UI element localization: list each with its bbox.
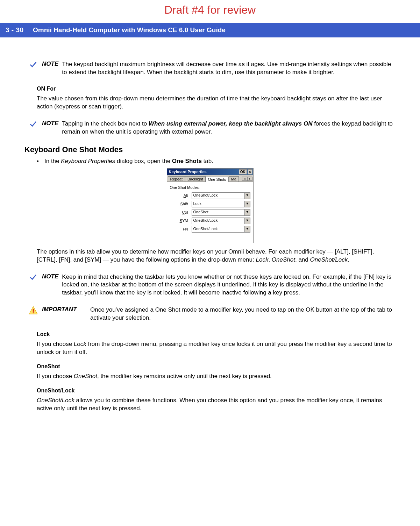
note-text: The keypad backlight maximum brightness … (62, 61, 396, 77)
page-number: 3 - 30 (6, 26, 24, 34)
section-heading: Keyboard One Shot Modes (24, 145, 396, 154)
page-title: Omnii Hand-Held Computer with Windows CE… (33, 26, 226, 34)
tab-backlight[interactable]: Backlight (185, 176, 206, 182)
important-block: IMPORTANT Once you've assigned a One Sho… (24, 306, 396, 322)
lock-text: If you choose Lock from the drop-down me… (37, 340, 396, 356)
select-sym[interactable]: OneShot/Lock ▼ (192, 218, 250, 224)
tab-macros[interactable]: Ma (229, 176, 239, 182)
chevron-down-icon: ▼ (244, 201, 250, 207)
select-shift[interactable]: Lock ▼ (192, 201, 250, 207)
bullet-dot: • (37, 158, 44, 165)
tab-scroll-left[interactable]: ◂ (242, 177, 247, 181)
tab-repeat[interactable]: Repeat (168, 176, 185, 182)
keyboard-properties-dialog: Keyboard Properties OK × Repeat Backligh… (167, 168, 254, 243)
on-for-text: The value chosen from this drop-down men… (37, 95, 396, 111)
row-shift: Shift Lock ▼ (170, 201, 250, 207)
lock-heading: Lock (37, 331, 396, 337)
label-fn: FN (170, 227, 192, 231)
group-label: One Shot Modes: (170, 185, 250, 190)
label-sym: SYM (170, 219, 192, 223)
select-alt[interactable]: OneShot/Lock ▼ (192, 192, 250, 199)
chevron-down-icon: ▼ (244, 209, 250, 215)
label-shift: Shift (170, 202, 192, 206)
oneshotlock-text: OneShot/Lock allows you to combine these… (37, 397, 396, 413)
close-button[interactable]: × (248, 169, 252, 175)
note-label: NOTE (42, 273, 62, 297)
label-alt: Alt (170, 193, 192, 198)
select-ctrl[interactable]: OneShot ▼ (192, 209, 250, 216)
row-alt: Alt OneShot/Lock ▼ (170, 192, 250, 199)
checkmark-icon (24, 120, 42, 128)
note-block-2: NOTE Tapping in the check box next to Wh… (24, 120, 396, 136)
svg-point-1 (33, 312, 34, 313)
select-fn[interactable]: OneShot/Lock ▼ (192, 226, 250, 233)
chevron-down-icon: ▼ (244, 226, 250, 232)
dialog-titlebar: Keyboard Properties OK × (167, 169, 253, 175)
page-header: 3 - 30 Omnii Hand-Held Computer with Win… (0, 23, 420, 37)
warning-icon (24, 306, 42, 314)
draft-banner: Draft #4 for review (0, 0, 420, 23)
important-text: Once you've assigned a One Shot mode to … (90, 306, 396, 322)
tab-scroll-right[interactable]: ▸ (247, 177, 252, 181)
label-ctrl: Ctrl (170, 210, 192, 214)
chevron-down-icon: ▼ (244, 218, 250, 224)
ok-button[interactable]: OK (239, 169, 247, 175)
note-label: NOTE (42, 61, 62, 77)
options-paragraph: The options in this tab allow you to det… (37, 248, 396, 264)
note-block-1: NOTE The keypad backlight maximum bright… (24, 61, 396, 77)
row-ctrl: Ctrl OneShot ▼ (170, 209, 250, 216)
on-for-heading: ON For (37, 86, 396, 92)
note-text: Keep in mind that checking the taskbar l… (62, 273, 396, 297)
oneshotlock-heading: OneShot/Lock (37, 388, 396, 394)
row-fn: FN OneShot/Lock ▼ (170, 226, 250, 233)
tab-one-shots[interactable]: One Shots (206, 177, 229, 182)
oneshot-text: If you choose OneShot, the modifier key … (37, 372, 396, 381)
bullet-item: • In the Keyboard Properties dialog box,… (37, 158, 396, 165)
dialog-tabs: Repeat Backlight One Shots Ma ◂ ▸ (167, 175, 253, 182)
dialog-title-text: Keyboard Properties (169, 170, 207, 174)
checkmark-icon (24, 273, 42, 281)
chevron-down-icon: ▼ (244, 193, 250, 199)
oneshot-heading: OneShot (37, 363, 396, 370)
note-text: Tapping in the check box next to When us… (62, 120, 396, 136)
note-label: NOTE (42, 120, 62, 136)
important-label: IMPORTANT (42, 306, 90, 322)
checkmark-icon (24, 61, 42, 68)
note-block-3: NOTE Keep in mind that checking the task… (24, 273, 396, 297)
row-sym: SYM OneShot/Lock ▼ (170, 218, 250, 224)
